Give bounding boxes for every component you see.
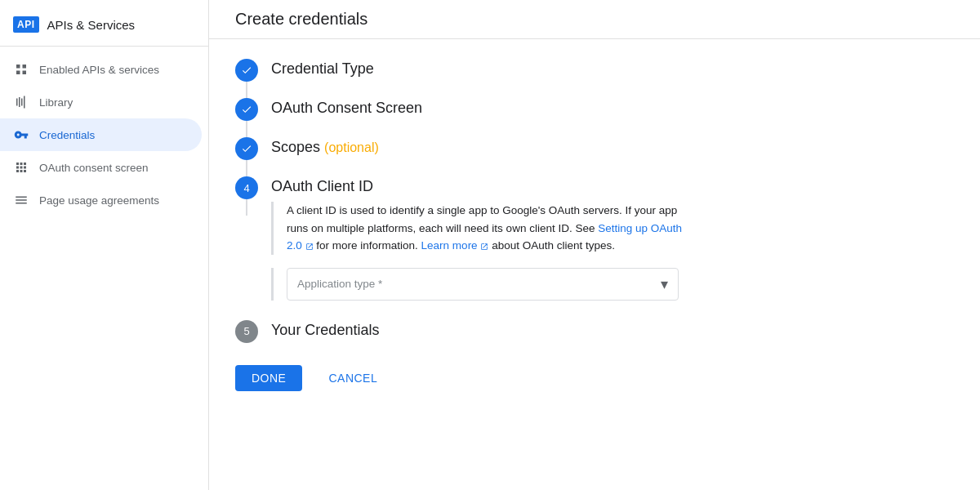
step-line-4 xyxy=(246,199,247,216)
step-line-2 xyxy=(246,121,247,137)
grid-icon xyxy=(13,61,29,78)
sidebar-item-oauth-consent[interactable]: OAuth consent screen xyxy=(0,151,202,184)
learn-more-link[interactable]: Learn more xyxy=(421,239,489,252)
step-left-1 xyxy=(235,59,258,98)
cancel-button[interactable]: CANCEL xyxy=(312,365,394,391)
step-circle-2 xyxy=(235,98,258,121)
step-left-3 xyxy=(235,137,258,176)
api-logo: API xyxy=(13,16,39,33)
apps-icon xyxy=(13,159,29,176)
steps-container: Credential Type OAuth Consent Screen xyxy=(209,39,980,411)
step-title-2: OAuth Consent Screen xyxy=(271,98,954,117)
sidebar-item-credentials[interactable]: Credentials xyxy=(0,118,202,151)
step-credential-type: Credential Type xyxy=(235,59,954,98)
settings-icon xyxy=(13,192,29,208)
page-title: Create credentials xyxy=(209,0,980,39)
main-content-area: Create credentials Credential Type xyxy=(209,0,980,490)
optional-label-3: (optional) xyxy=(324,140,379,154)
step-scopes: Scopes (optional) xyxy=(235,137,954,176)
sidebar-header: API APIs & Services xyxy=(0,7,208,47)
dropdown-label: Application type * xyxy=(297,278,382,290)
step-circle-3 xyxy=(235,137,258,160)
step-title-5: Your Credentials xyxy=(271,320,954,339)
step-circle-5: 5 xyxy=(235,320,258,343)
sidebar-item-label: Enabled APIs & services xyxy=(39,64,159,76)
step-title-3: Scopes (optional) xyxy=(271,137,954,156)
step-title-4: OAuth Client ID xyxy=(271,176,954,195)
sidebar-item-enabled-apis[interactable]: Enabled APIs & services xyxy=(0,53,202,86)
step-circle-1 xyxy=(235,59,258,82)
sidebar-item-library[interactable]: Library xyxy=(0,86,202,118)
step-content-1: Credential Type xyxy=(271,59,954,91)
step-line-1 xyxy=(246,82,247,98)
step-left-2 xyxy=(235,98,258,137)
step-oauth-client-id: 4 OAuth Client ID A client ID is used to… xyxy=(235,176,954,320)
done-button[interactable]: DONE xyxy=(235,365,302,391)
sidebar-item-label: Credentials xyxy=(39,129,95,141)
step-your-credentials: 5 Your Credentials xyxy=(235,320,954,352)
sidebar-item-label: OAuth consent screen xyxy=(39,162,149,174)
step-left-4: 4 xyxy=(235,176,258,216)
key-icon xyxy=(13,127,29,143)
step-content-5: Your Credentials xyxy=(271,320,954,352)
step-circle-4: 4 xyxy=(235,176,258,199)
sidebar-title: APIs & Services xyxy=(47,18,136,32)
application-type-dropdown[interactable]: Application type * ▾ xyxy=(287,268,679,301)
step-title-1: Credential Type xyxy=(271,59,954,78)
step-content-2: OAuth Consent Screen xyxy=(271,98,954,130)
step-content-3: Scopes (optional) xyxy=(271,137,954,169)
sidebar-item-page-usage[interactable]: Page usage agreements xyxy=(0,184,202,216)
step-left-5: 5 xyxy=(235,320,258,343)
sidebar-item-label: Library xyxy=(39,96,73,109)
library-icon xyxy=(13,94,29,110)
sidebar: API APIs & Services Enabled APIs & servi… xyxy=(0,0,209,490)
step-oauth-consent: OAuth Consent Screen xyxy=(235,98,954,137)
application-type-container: Application type * ▾ xyxy=(271,268,954,301)
chevron-down-icon: ▾ xyxy=(661,275,668,293)
step-line-3 xyxy=(246,160,247,176)
action-buttons: DONE CANCEL xyxy=(235,365,954,391)
step-content-4: OAuth Client ID A client ID is used to i… xyxy=(271,176,954,320)
sidebar-item-label: Page usage agreements xyxy=(39,194,159,207)
step-description-4: A client ID is used to identify a single… xyxy=(271,202,696,255)
